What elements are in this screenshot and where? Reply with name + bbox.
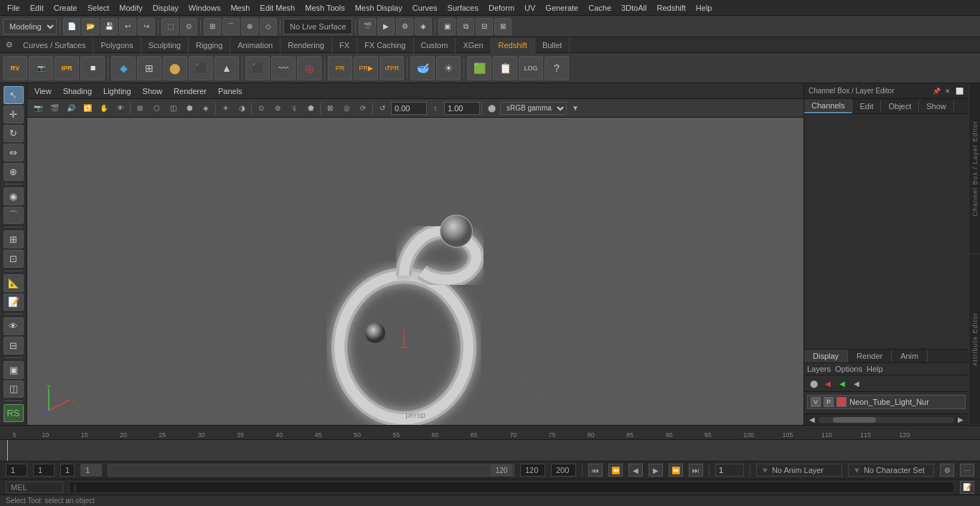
vp-texture-btn[interactable]: ◈ (198, 101, 214, 116)
snap-curve-btn[interactable]: ⌒ (222, 18, 240, 35)
shelf-icon-log2[interactable]: LOG (519, 56, 543, 80)
rotate-tool[interactable]: ↻ (4, 125, 24, 143)
ipr-btn[interactable]: ▶ (377, 18, 395, 35)
vp-hand-btn[interactable]: ✋ (96, 101, 112, 116)
menu-windows[interactable]: Windows (184, 2, 225, 14)
vp-menu-shading[interactable]: Shading (59, 85, 96, 97)
menu-redshift[interactable]: Redshift (652, 2, 689, 14)
layer-delete-btn[interactable]: ◀ (821, 377, 834, 390)
vp-smooth2-btn[interactable]: ◎ (339, 101, 354, 116)
workspace-dropdown[interactable]: Modeling (3, 19, 57, 34)
vp-value-reset-btn[interactable]: ↺ (374, 101, 390, 116)
vp-smooth-btn[interactable]: ◫ (165, 101, 181, 116)
shelf-tab-fx[interactable]: FX (332, 37, 357, 53)
render-region-btn[interactable]: ▣ (4, 361, 24, 379)
select-tool-btn[interactable]: ⬚ (161, 18, 179, 35)
vp-menu-view[interactable]: View (30, 85, 56, 97)
menu-deform[interactable]: Deform (484, 2, 519, 14)
vp-film-btn[interactable]: 🎬 (47, 101, 62, 116)
tab-show[interactable]: Show (919, 100, 954, 113)
render-btn[interactable]: 🎬 (359, 18, 376, 35)
shelf-icon-log[interactable]: 🔲 (80, 56, 105, 80)
no-anim-layer-field[interactable]: ▼ No Anim Layer (756, 464, 842, 477)
layer-menu-options[interactable]: Options (835, 365, 862, 373)
vp-crease-btn[interactable]: ⟳ (355, 101, 371, 116)
snap-grid-btn[interactable]: ⊞ (204, 18, 221, 35)
vp-iso-btn[interactable]: ⊚ (270, 101, 286, 116)
menu-mesh-display[interactable]: Mesh Display (351, 2, 407, 14)
layer-tab-display[interactable]: Display (804, 350, 848, 362)
menu-edit-mesh[interactable]: Edit Mesh (255, 2, 299, 14)
menu-cache[interactable]: Cache (584, 2, 616, 14)
menu-edit[interactable]: Edit (26, 2, 48, 14)
frame-start-field[interactable]: 1 (6, 464, 27, 477)
soft-select-tool[interactable]: ◉ (4, 187, 24, 205)
vp-eye-btn[interactable]: 👁 (113, 101, 128, 116)
shelf-icon-cam[interactable]: 📷 (29, 56, 53, 80)
shelf-icon-diamond[interactable]: ◆ (111, 56, 136, 80)
undo-btn[interactable]: ↩ (119, 18, 136, 35)
shelf-icon-question[interactable]: ? (545, 56, 569, 80)
shelf-icon-pr1[interactable]: PR (328, 56, 352, 80)
shelf-tab-animation[interactable]: Animation (230, 37, 281, 53)
anim-extra-btn[interactable]: ⋯ (960, 464, 974, 477)
shelf-icon-sphere[interactable]: ⬤ (163, 56, 187, 80)
menu-generate[interactable]: Generate (541, 2, 583, 14)
scroll-thumb[interactable] (833, 417, 876, 423)
tab-edit[interactable]: Edit (852, 100, 881, 113)
display-layer-btn[interactable]: ⊟ (4, 337, 24, 355)
universal-manipulator[interactable]: ⊕ (4, 163, 24, 181)
panel-pin-btn[interactable]: 📌 (931, 86, 941, 96)
snap-surface-btn[interactable]: ◇ (260, 18, 277, 35)
vp-shadow-btn[interactable]: ◑ (234, 101, 250, 116)
goto-end-btn[interactable]: ⏭ (689, 464, 703, 477)
timeline-track[interactable] (0, 440, 980, 461)
shelf-icon-rv[interactable]: RV (3, 56, 27, 80)
snap-together-tool[interactable]: ⊞ (4, 230, 24, 248)
menu-surfaces[interactable]: Surfaces (443, 2, 483, 14)
shelf-tab-fx-caching[interactable]: FX Caching (357, 37, 413, 53)
shelf-tab-redshift[interactable]: Redshift (491, 37, 535, 53)
layer-menu-help[interactable]: Help (867, 365, 883, 373)
anim-settings-btn[interactable]: ⚙ (940, 464, 954, 477)
shelf-tab-bullet[interactable]: Bullet (535, 37, 570, 53)
shelf-icon-wave[interactable]: 〰 (271, 56, 296, 80)
shelf-tab-rendering[interactable]: Rendering (281, 37, 332, 53)
measure-tool[interactable]: 📐 (4, 274, 24, 292)
new-file-btn[interactable]: 📄 (63, 18, 80, 35)
scale-tool[interactable]: ⇔ (4, 144, 24, 161)
menu-mesh-tools[interactable]: Mesh Tools (301, 2, 349, 14)
vp-poly-btn[interactable]: ⬟ (303, 101, 319, 116)
vp-menu-renderer[interactable]: Renderer (169, 85, 211, 97)
shelf-icon-ipr[interactable]: IPR (55, 56, 79, 80)
no-character-set-field[interactable]: ▼ No Character Set (848, 464, 934, 477)
timeline-ruler[interactable]: 5 10 15 20 25 30 35 40 45 50 55 60 65 70… (0, 426, 980, 440)
shelf-tab-curves-surfaces[interactable]: Curves / Surfaces (16, 37, 93, 53)
tab-channels[interactable]: Channels (804, 99, 852, 113)
vp-menu-lighting[interactable]: Lighting (99, 85, 136, 97)
vp-hull-btn[interactable]: ⧬ (286, 101, 302, 116)
vp-value-field-1[interactable] (391, 102, 427, 115)
redo-btn[interactable]: ↪ (138, 18, 155, 35)
vp-wireframe-btn[interactable]: ⬡ (149, 101, 164, 116)
shelf-tab-polygons[interactable]: Polygons (93, 37, 141, 53)
snap-pt-tool[interactable]: ⊡ (4, 250, 24, 268)
annotation-tool[interactable]: 📝 (4, 294, 24, 311)
mel-label[interactable]: MEL (6, 482, 63, 493)
play-back-btn[interactable]: ◀ (628, 464, 643, 477)
layer-tab-render[interactable]: Render (848, 350, 892, 362)
open-file-btn[interactable]: 📂 (82, 18, 99, 35)
vp-loop-btn[interactable]: 🔁 (80, 101, 95, 116)
prev-frame-btn[interactable]: ⏪ (608, 464, 623, 477)
side-tab-attribute-editor[interactable]: Attribute Editor (969, 254, 980, 425)
shelf-tab-sculpting[interactable]: Sculpting (141, 37, 189, 53)
layout-btn-3[interactable]: ⊟ (476, 18, 493, 35)
vp-color-space-arrow[interactable]: ▼ (567, 101, 583, 116)
vp-subdiv-btn[interactable]: ⊠ (322, 101, 338, 116)
render-settings-btn[interactable]: ⚙ (396, 18, 413, 35)
layer-p-btn[interactable]: P (824, 397, 834, 407)
snap-point-btn[interactable]: ⊕ (241, 18, 258, 35)
menu-mesh[interactable]: Mesh (226, 2, 254, 14)
shelf-icon-bowl[interactable]: 🥣 (410, 56, 435, 80)
shelf-icon-pr3[interactable]: ↺PR (380, 56, 404, 80)
